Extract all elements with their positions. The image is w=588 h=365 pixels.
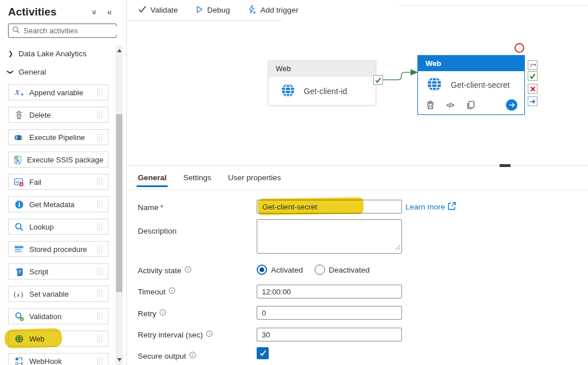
- append-variable-icon: X+: [13, 87, 25, 98]
- activity-item-fail[interactable]: </>Fail: [8, 174, 109, 190]
- activity-item-label: Script: [29, 267, 97, 276]
- section-general[interactable]: ❯ General: [8, 68, 46, 76]
- activity-item-script[interactable]: Script: [8, 263, 109, 279]
- activity-item-append-variable[interactable]: X+Append variable: [8, 84, 109, 100]
- activity-item-delete[interactable]: Delete: [8, 107, 109, 123]
- drag-grip-icon[interactable]: [97, 178, 98, 186]
- info-icon: [169, 288, 175, 294]
- drag-grip-icon[interactable]: [97, 245, 98, 253]
- activity-node-get-client-secret[interactable]: Web Get-client-secret </>: [417, 55, 525, 115]
- set-variable-icon: (x): [13, 289, 25, 299]
- search-input[interactable]: [24, 26, 125, 35]
- drag-grip-icon[interactable]: [97, 88, 98, 96]
- activity-item-set-variable[interactable]: (x)Set variable: [8, 286, 109, 302]
- drag-grip-icon[interactable]: [97, 335, 98, 343]
- svg-text:(: (: [14, 290, 16, 298]
- drag-grip-icon[interactable]: [97, 290, 98, 298]
- drag-grip-icon[interactable]: [97, 357, 98, 365]
- activity-item-label: Stored procedure: [29, 245, 97, 254]
- name-input[interactable]: Get-client-secret: [257, 200, 402, 213]
- debug-button[interactable]: Debug: [195, 5, 230, 15]
- activity-item-label: Get Metadata: [29, 200, 97, 209]
- activity-item-web[interactable]: Web: [8, 331, 109, 347]
- drag-grip-icon[interactable]: [97, 133, 98, 141]
- failure-output-port[interactable]: [528, 84, 537, 94]
- activity-item-label: Set variable: [29, 290, 97, 298]
- activity-item-execute-pipeline[interactable]: Execute Pipeline: [8, 129, 109, 145]
- description-input[interactable]: [257, 220, 401, 253]
- activity-item-get-metadata[interactable]: Get Metadata: [8, 196, 109, 212]
- completion-output-port[interactable]: [528, 96, 537, 106]
- activity-item-execute-ssis-package[interactable]: Execute SSIS package: [8, 152, 109, 168]
- globe-icon: [426, 76, 443, 95]
- search-box[interactable]: [8, 24, 117, 38]
- secure-output-checkbox[interactable]: [257, 347, 269, 359]
- panel-divider: [127, 165, 588, 166]
- code-view-icon[interactable]: </>: [445, 100, 455, 110]
- drag-grip-icon[interactable]: [97, 267, 98, 275]
- tabs-divider: [127, 189, 588, 190]
- activity-state-group: ActivatedDeactivated: [257, 265, 370, 275]
- section-data-lake-analytics[interactable]: ❯ Data Lake Analytics: [8, 49, 87, 58]
- learn-more-link[interactable]: Learn more: [405, 202, 456, 212]
- collapse-panel-icon[interactable]: «: [107, 7, 112, 17]
- timeout-input[interactable]: [257, 285, 402, 298]
- info-icon: [206, 331, 212, 337]
- radio-deactivated[interactable]: Deactivated: [315, 265, 370, 275]
- scroll-up-icon[interactable]: [117, 49, 122, 52]
- tab-user-properties[interactable]: User properties: [228, 173, 281, 187]
- activity-item-webhook[interactable]: WebHook: [8, 353, 109, 365]
- validate-button[interactable]: Validate: [138, 5, 178, 15]
- activity-item-label: Lookup: [29, 223, 97, 231]
- collapse-all-icon[interactable]: »: [90, 10, 99, 14]
- sidebar-scrollbar[interactable]: [115, 45, 123, 365]
- execute-pipeline-icon: [13, 132, 25, 142]
- radio-activated[interactable]: Activated: [257, 265, 303, 275]
- radio-button-icon[interactable]: [257, 265, 267, 275]
- activity-item-label: Execute Pipeline: [29, 133, 97, 142]
- retry-interval-input[interactable]: [257, 328, 402, 341]
- svg-text:x: x: [17, 291, 20, 298]
- play-icon: [195, 5, 203, 15]
- tab-general[interactable]: General: [138, 173, 167, 187]
- lightning-add-icon: [247, 5, 257, 16]
- activity-node-get-client-id[interactable]: Web Get-client-id: [268, 60, 376, 106]
- radio-label: Activated: [271, 266, 303, 274]
- clone-activity-icon[interactable]: [465, 100, 475, 110]
- fail-icon: </>: [13, 177, 25, 187]
- breakpoint-circle[interactable]: [514, 43, 524, 53]
- resize-handle-icon[interactable]: [395, 242, 401, 253]
- delete-activity-icon[interactable]: [425, 100, 435, 110]
- success-output-port[interactable]: [528, 71, 537, 81]
- name-label: Name*: [138, 203, 163, 212]
- tab-settings[interactable]: Settings: [183, 173, 211, 187]
- globe-icon: [280, 83, 296, 100]
- skip-output-port[interactable]: [528, 60, 537, 70]
- retry-interval-label: Retry interval (sec): [138, 331, 212, 339]
- scroll-down-icon[interactable]: [117, 358, 122, 362]
- success-output-port[interactable]: [373, 75, 383, 85]
- panel-resize-handle[interactable]: [500, 164, 510, 167]
- panel-title: Activities: [8, 6, 56, 18]
- drag-grip-icon[interactable]: [97, 111, 98, 119]
- canvas-top-edge: [399, 5, 588, 6]
- info-icon: [160, 309, 166, 316]
- description-textarea[interactable]: [257, 219, 402, 254]
- drag-grip-icon[interactable]: [97, 200, 98, 208]
- lookup-icon: [13, 222, 25, 232]
- activity-item-label: Execute SSIS package: [27, 156, 103, 164]
- retry-label: Retry: [138, 309, 166, 318]
- navigate-arrow-button[interactable]: [506, 99, 517, 111]
- delete-icon: [13, 110, 25, 120]
- activity-item-stored-procedure[interactable]: Stored procedure: [8, 241, 109, 257]
- activity-item-validation[interactable]: Validation: [8, 308, 109, 324]
- drag-grip-icon[interactable]: [97, 312, 98, 320]
- activity-state-label: Activity state: [138, 266, 191, 275]
- node-type-header: Web: [418, 56, 524, 71]
- retry-input[interactable]: [257, 306, 402, 320]
- activity-item-lookup[interactable]: Lookup: [8, 219, 109, 235]
- radio-button-icon[interactable]: [315, 265, 325, 275]
- drag-grip-icon[interactable]: [97, 223, 98, 231]
- add-trigger-button[interactable]: Add trigger: [247, 5, 299, 16]
- scrollbar-thumb[interactable]: [116, 114, 122, 292]
